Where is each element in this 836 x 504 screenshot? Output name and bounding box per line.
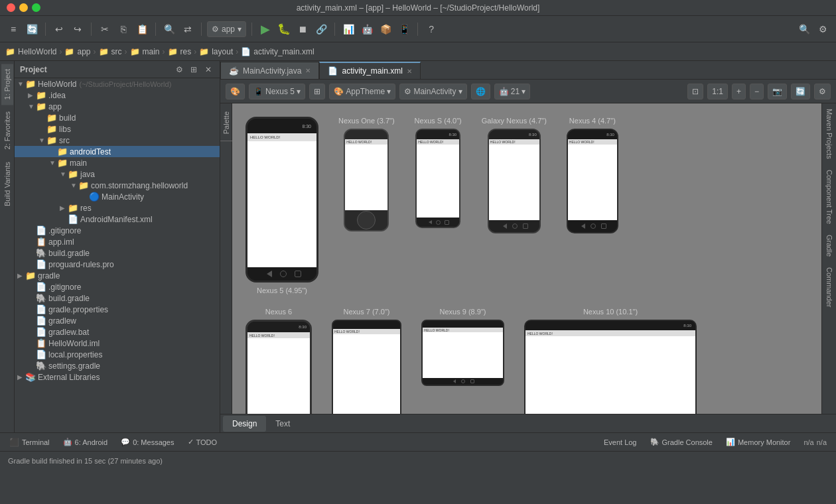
close-button[interactable]	[7, 3, 15, 12]
tree-res[interactable]: ▶ 📁 res	[15, 202, 220, 214]
tree-hwiml[interactable]: 📋 HelloWorld.iml	[15, 338, 220, 349]
tree-proguard[interactable]: 📄 proguard-rules.pro	[15, 259, 220, 270]
component-tree-tab[interactable]: Component Tree	[823, 164, 835, 229]
zoom-actual-button[interactable]: 1:1	[707, 84, 728, 99]
terminal-item[interactable]: ⬛ Terminal	[5, 433, 54, 451]
tree-gradle[interactable]: ▶ 📁 gradle	[15, 270, 220, 281]
tree-localprops[interactable]: 📄 local.properties	[15, 349, 220, 360]
avd-button[interactable]: 📱	[396, 21, 412, 37]
tab-mainactivity[interactable]: ☕ MainActivity.java ✕	[220, 62, 319, 79]
design-area[interactable]: 8:30 HELLO WORLD!	[232, 103, 821, 414]
tree-mainactivity[interactable]: 🔵 MainActivity	[15, 191, 220, 202]
palette-label[interactable]: Palette	[221, 106, 232, 139]
tree-java[interactable]: ▼ 📁 java	[15, 168, 220, 180]
sdk-button[interactable]: 📦	[378, 21, 393, 37]
phone-icon: 📱	[253, 87, 263, 96]
zoom-fit-button[interactable]: ⊡	[687, 84, 703, 99]
tree-extlibs[interactable]: ▶ 📚 External Libraries	[15, 371, 220, 383]
tree-helloworld[interactable]: ▼ 📁 HelloWorld (~/StudioProject/HelloWor…	[15, 78, 220, 90]
messages-item[interactable]: 💬 0: Messages	[117, 433, 178, 451]
tree-src[interactable]: ▼ 📁 src	[15, 135, 220, 146]
tree-androidtest[interactable]: 📁 androidTest	[15, 146, 220, 157]
tab-mainactivity-close[interactable]: ✕	[305, 67, 311, 74]
design-tab[interactable]: Design	[223, 416, 266, 432]
tree-app[interactable]: ▼ 📁 app	[15, 101, 220, 112]
run-button[interactable]: ▶	[257, 21, 273, 37]
zoom-out-button[interactable]: −	[750, 84, 764, 99]
design-settings[interactable]: ⚙	[814, 84, 831, 99]
bc-res[interactable]: 📁 res	[168, 47, 192, 56]
palette-button[interactable]: 🎨	[226, 84, 245, 99]
tab-xml-close[interactable]: ✕	[407, 68, 412, 75]
search-button[interactable]: 🔍	[161, 21, 177, 37]
activity-dropdown[interactable]: ⚙ MainActivity ▾	[399, 84, 466, 99]
maximize-button[interactable]	[32, 3, 40, 12]
refresh-button[interactable]: 🔄	[791, 84, 810, 99]
settings-button[interactable]: ⚙	[815, 21, 831, 37]
nexus5-dropdown[interactable]: 📱 Nexus 5 ▾	[249, 84, 305, 99]
tree-gradlewbat[interactable]: 📄 gradlew.bat	[15, 326, 220, 338]
tree-buildgradle2[interactable]: 🐘 build.gradle	[15, 292, 220, 304]
text-tab[interactable]: Text	[266, 416, 299, 432]
tree-manifest[interactable]: 📄 AndroidManifest.xml	[15, 214, 220, 225]
sidebar-gear[interactable]: ⊞	[188, 64, 200, 76]
tree-main[interactable]: ▼ 📁 main	[15, 157, 220, 168]
tree-package[interactable]: ▼ 📁 com.stormzhang.helloworld	[15, 180, 220, 191]
tree-idea[interactable]: ▶ 📁 .idea	[15, 90, 220, 101]
commander-tab[interactable]: Commander	[823, 262, 835, 313]
stop-button[interactable]: ⏹	[295, 21, 311, 37]
help-button[interactable]: ?	[423, 21, 439, 37]
bc-layout[interactable]: 📁 layout	[199, 47, 233, 56]
tree-gitignore2[interactable]: 📄 .gitignore	[15, 281, 220, 292]
event-log-item[interactable]: Event Log	[600, 433, 641, 451]
redo-button[interactable]: ↪	[70, 21, 86, 37]
minimize-button[interactable]	[19, 3, 28, 12]
api-dropdown[interactable]: 🤖 21 ▾	[494, 84, 531, 99]
debug-button[interactable]: 🐛	[276, 21, 292, 37]
build-variants-tab[interactable]: Build Variants	[1, 157, 13, 212]
memory-icon: 📊	[726, 438, 735, 446]
screen-dropdown[interactable]: ⊞	[309, 84, 325, 99]
undo-button[interactable]: ↩	[51, 21, 67, 37]
cut-button[interactable]: ✂	[97, 21, 113, 37]
profile-button[interactable]: 📊	[340, 21, 356, 37]
replace-button[interactable]: ⇄	[180, 21, 196, 37]
copy-button[interactable]: ⎘	[115, 21, 131, 37]
gradle-console-item[interactable]: 🐘 Gradle Console	[646, 433, 717, 451]
menu-icon[interactable]: ≡	[5, 21, 21, 37]
tree-gradleprops[interactable]: 📄 gradle.properties	[15, 304, 220, 315]
tree-gitignore1[interactable]: 📄 .gitignore	[15, 225, 220, 236]
bc-src[interactable]: 📁 src	[99, 47, 122, 56]
ddms-button[interactable]: 🤖	[359, 21, 375, 37]
bc-helloworld[interactable]: 📁 HelloWorld	[5, 47, 56, 56]
build-dropdown[interactable]: ⚙ app ▾	[207, 21, 246, 37]
screenshot-button[interactable]: 📷	[768, 84, 787, 99]
maven-projects-tab[interactable]: Maven Projects	[823, 103, 835, 164]
android-item[interactable]: 🤖 6: Android	[59, 433, 112, 451]
tree-settingsgradle[interactable]: 🐘 settings.gradle	[15, 360, 220, 371]
sync-icon[interactable]: 🔄	[24, 21, 40, 37]
bc-app[interactable]: 📁 app	[64, 47, 90, 56]
gradle-tab[interactable]: Gradle	[823, 229, 835, 262]
theme-dropdown[interactable]: 🎨 AppTheme ▾	[329, 84, 395, 99]
tree-buildgradle1[interactable]: 🐘 build.gradle	[15, 247, 220, 259]
sidebar-close[interactable]: ✕	[202, 64, 214, 76]
tree-build[interactable]: 📁 build	[15, 112, 220, 123]
sidebar-settings[interactable]: ⚙	[173, 64, 185, 76]
todo-item[interactable]: ✓ TODO	[184, 433, 222, 451]
language-dropdown[interactable]: 🌐	[471, 84, 490, 99]
tree-appiml[interactable]: 📋 app.iml	[15, 236, 220, 247]
favorites-tab[interactable]: 2: Favorites	[1, 106, 13, 155]
project-tab[interactable]: 1: Project	[1, 64, 13, 105]
search-all-button[interactable]: 🔍	[796, 21, 812, 37]
memory-monitor-item[interactable]: 📊 Memory Monitor	[722, 433, 794, 451]
tree-gradlew[interactable]: 📄 gradlew	[15, 315, 220, 326]
tree-libs[interactable]: 📁 libs	[15, 123, 220, 135]
tab-activity-xml[interactable]: 📄 activity_main.xml ✕	[319, 62, 420, 79]
zoom-in-button[interactable]: +	[732, 84, 746, 99]
bc-file[interactable]: 📄 activity_main.xml	[241, 47, 314, 56]
event-log-label: Event Log	[604, 438, 637, 446]
paste-button[interactable]: 📋	[134, 21, 150, 37]
bc-main[interactable]: 📁 main	[130, 47, 160, 56]
attach-button[interactable]: 🔗	[313, 21, 329, 37]
